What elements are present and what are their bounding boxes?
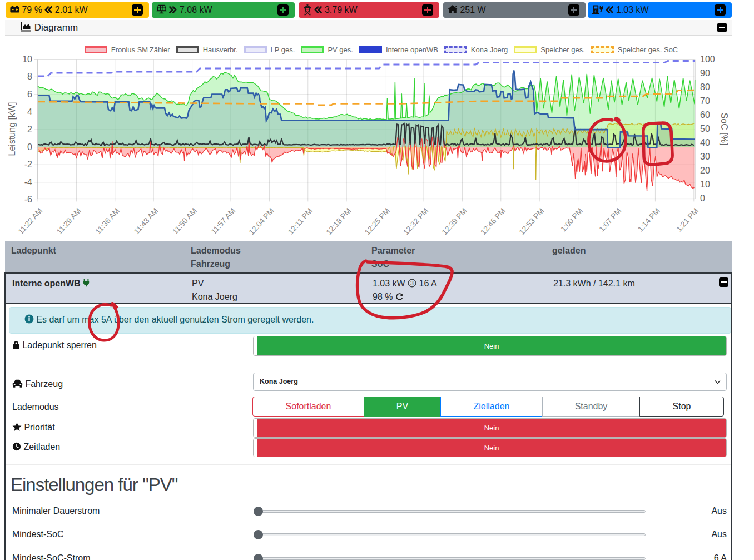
svg-text:11:22 AM: 11:22 AM [17, 206, 44, 236]
svg-text:70: 70 [700, 96, 710, 106]
svg-text:10: 10 [22, 54, 32, 64]
svg-text:0: 0 [27, 142, 32, 152]
svg-text:11:43 AM: 11:43 AM [132, 206, 160, 236]
svg-text:12:04 PM: 12:04 PM [247, 206, 276, 236]
svg-text:6: 6 [27, 90, 32, 99]
svg-text:11:50 AM: 11:50 AM [171, 206, 198, 236]
svg-text:SoC [%]: SoC [%] [720, 113, 729, 146]
svg-text:-2: -2 [24, 160, 32, 169]
svg-text:40: 40 [700, 138, 710, 147]
svg-text:90: 90 [700, 68, 710, 78]
svg-text:1:21 PM: 1:21 PM [674, 206, 700, 233]
svg-text:60: 60 [700, 110, 710, 120]
svg-text:2: 2 [27, 125, 32, 134]
svg-text:80: 80 [700, 82, 710, 92]
svg-text:20: 20 [700, 166, 710, 175]
svg-text:100: 100 [700, 54, 715, 64]
svg-text:1:07 PM: 1:07 PM [598, 206, 623, 233]
svg-text:4: 4 [27, 107, 32, 117]
svg-text:-4: -4 [24, 177, 32, 187]
svg-text:12:32 PM: 12:32 PM [402, 206, 430, 236]
svg-text:12:18 PM: 12:18 PM [325, 206, 353, 236]
svg-text:3: 3 [410, 280, 414, 286]
svg-text:11:29 AM: 11:29 AM [55, 206, 82, 236]
svg-text:Leistung [kW]: Leistung [kW] [7, 102, 17, 156]
svg-text:30: 30 [700, 152, 710, 161]
svg-text:11:57 AM: 11:57 AM [210, 206, 237, 236]
svg-text:12:25 PM: 12:25 PM [363, 206, 391, 236]
svg-text:50: 50 [700, 124, 710, 133]
svg-text:1:14 PM: 1:14 PM [636, 206, 662, 233]
svg-text:11:36 AM: 11:36 AM [94, 206, 121, 236]
svg-text:10: 10 [700, 180, 710, 189]
svg-text:12:11 PM: 12:11 PM [286, 206, 314, 236]
svg-text:12:39 PM: 12:39 PM [440, 206, 469, 236]
svg-text:12:53 PM: 12:53 PM [518, 206, 546, 236]
svg-text:12:46 PM: 12:46 PM [479, 206, 507, 236]
svg-text:8: 8 [27, 72, 32, 81]
svg-text:-6: -6 [24, 195, 32, 204]
svg-text:0: 0 [700, 194, 705, 203]
svg-text:1:00 PM: 1:00 PM [559, 206, 584, 233]
